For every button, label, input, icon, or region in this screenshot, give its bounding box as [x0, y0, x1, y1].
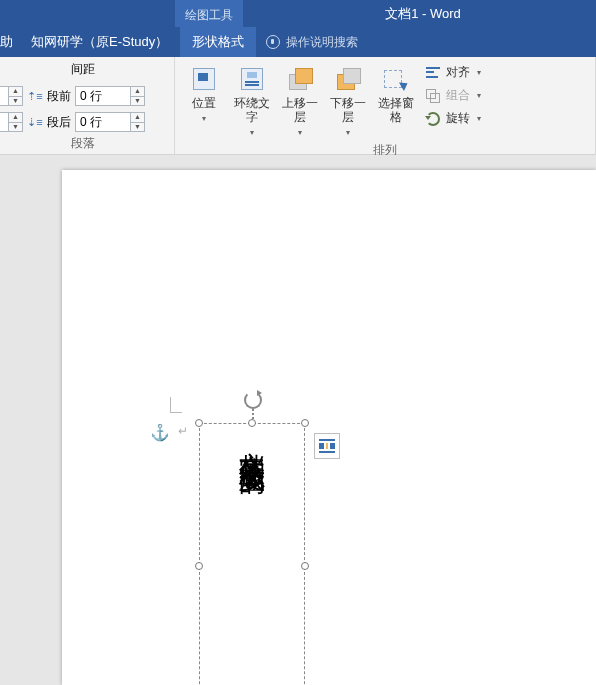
bring-forward-button[interactable]: 上移一层▾	[279, 61, 321, 140]
resize-handle-ne[interactable]	[301, 419, 309, 427]
indent-left-spinner[interactable]: ▲▼	[0, 86, 23, 106]
document-page[interactable]	[62, 170, 596, 685]
resize-handle-e[interactable]	[301, 562, 309, 570]
group-label-paragraph: 段落	[0, 133, 166, 152]
space-before-icon: ⇡≡	[27, 88, 43, 104]
text-box[interactable]	[199, 423, 305, 685]
rotate-button[interactable]: 旋转▾	[423, 109, 483, 128]
margin-corner-mark	[170, 397, 182, 413]
rotation-handle[interactable]	[244, 391, 262, 409]
space-after-spinner[interactable]: ▲▼	[75, 112, 145, 132]
space-before-input[interactable]	[75, 86, 131, 106]
tab-zhiwang[interactable]: 知网研学（原E-Study）	[19, 27, 180, 57]
group-icon	[426, 89, 440, 103]
align-button[interactable]: 对齐▾	[423, 63, 483, 82]
space-after-input[interactable]	[75, 112, 131, 132]
position-icon	[193, 68, 215, 90]
ribbon: 间距 ▲▼ ⇡≡ 段前 ▲▼ ▲▼ ⇣≡ 段后	[0, 57, 596, 155]
spin-buttons[interactable]: ▲▼	[131, 112, 145, 132]
layout-options-icon	[319, 439, 335, 453]
group-paragraph: 间距 ▲▼ ⇡≡ 段前 ▲▼ ▲▼ ⇣≡ 段后	[0, 57, 175, 154]
send-backward-button[interactable]: 下移一层▾	[327, 61, 369, 140]
rotate-icon	[426, 112, 440, 126]
ribbon-tabs: 助 知网研学（原E-Study） 形状格式 操作说明搜索	[0, 27, 596, 57]
layout-options-button[interactable]	[314, 433, 340, 459]
wrap-text-icon	[241, 68, 263, 90]
tell-me-label: 操作说明搜索	[286, 34, 358, 51]
spacing-heading: 间距	[0, 61, 166, 80]
title-bar: 绘图工具 文档1 - Word	[0, 0, 596, 27]
resize-handle-n[interactable]	[248, 419, 256, 427]
anchor-icon: ⚓	[150, 423, 170, 442]
contextual-tab-label: 绘图工具	[175, 0, 243, 27]
position-button[interactable]: 位置▾	[183, 61, 225, 126]
space-after-icon: ⇣≡	[27, 114, 43, 130]
tell-me-search[interactable]: 操作说明搜索	[256, 27, 368, 57]
selection-pane-button[interactable]: 选择窗格	[375, 61, 417, 124]
workspace[interactable]: ⚓ ↵ 文档字体怎么变成竖的 (Ctrl) ▾	[0, 155, 596, 685]
align-icon	[426, 66, 440, 80]
tab-help[interactable]: 助	[0, 27, 19, 57]
vertical-text-content[interactable]: 文档字体怎么变成竖的	[234, 431, 268, 451]
row-space-after: ▲▼ ⇣≡ 段后 ▲▼	[0, 112, 145, 132]
spin-buttons[interactable]: ▲▼	[131, 86, 145, 106]
indent-right-input[interactable]	[0, 112, 9, 132]
spin-buttons[interactable]: ▲▼	[9, 112, 23, 132]
row-space-before: ▲▼ ⇡≡ 段前 ▲▼	[0, 86, 145, 106]
space-before-label: 段前	[47, 88, 71, 105]
group-arrange: 位置▾ 环绕文字▾ 上移一层▾ 下移一层▾ 选择窗格 对齐▾	[175, 57, 596, 154]
resize-handle-w[interactable]	[195, 562, 203, 570]
resize-handle-nw[interactable]	[195, 419, 203, 427]
send-backward-icon	[337, 68, 359, 90]
space-before-spinner[interactable]: ▲▼	[75, 86, 145, 106]
spin-buttons[interactable]: ▲▼	[9, 86, 23, 106]
indent-right-spinner[interactable]: ▲▼	[0, 112, 23, 132]
indent-left-input[interactable]	[0, 86, 9, 106]
paragraph-mark: ↵	[178, 424, 188, 438]
wrap-text-button[interactable]: 环绕文字▾	[231, 61, 273, 140]
bring-forward-icon	[289, 68, 311, 90]
document-title: 文档1 - Word	[0, 5, 596, 23]
group-objects-button[interactable]: 组合▾	[423, 86, 483, 105]
space-after-label: 段后	[47, 114, 71, 131]
selection-pane-icon	[384, 68, 408, 90]
tab-shape-format[interactable]: 形状格式	[180, 27, 256, 57]
lightbulb-icon	[266, 35, 280, 49]
